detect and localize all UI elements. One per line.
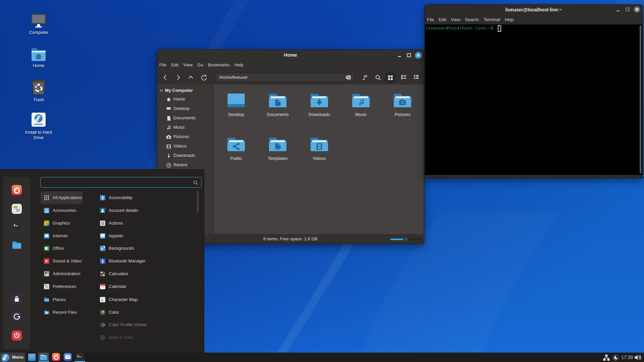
svg-text:$: $ <box>77 355 79 358</box>
svg-text:$: $ <box>14 224 16 227</box>
svg-text:á: á <box>101 298 103 302</box>
